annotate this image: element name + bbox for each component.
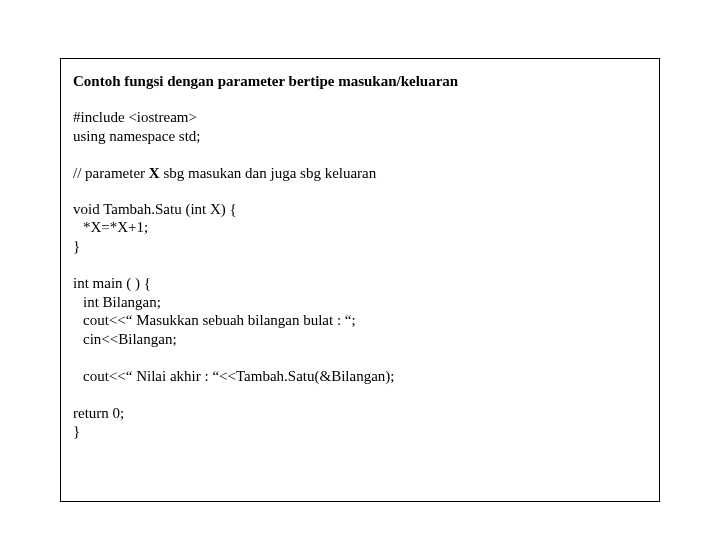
function-block: void Tambah.Satu (int X) { *X=*X+1; } xyxy=(73,200,647,256)
comment-prefix: // xyxy=(73,165,85,181)
func-signature: void Tambah.Satu (int X) { xyxy=(73,200,647,219)
return-block: return 0; } xyxy=(73,404,647,442)
func-close: } xyxy=(73,237,647,256)
main-signature: int main ( ) { xyxy=(73,274,647,293)
comment-bold: X xyxy=(149,165,160,181)
title: Contoh fungsi dengan parameter bertipe m… xyxy=(73,73,647,90)
main-cout1: cout<<“ Masukkan sebuah bilangan bulat :… xyxy=(73,311,647,330)
main-declare: int Bilangan; xyxy=(73,293,647,312)
includes-block: #include <iostream> using namespace std; xyxy=(73,108,647,146)
comment-text1: parameter xyxy=(85,165,149,181)
include-iostream: #include <iostream> xyxy=(73,108,647,127)
comment-block: // parameter X sbg masukan dan juga sbg … xyxy=(73,164,647,182)
main-cout2-block: cout<<“ Nilai akhir : “<<Tambah.Satu(&Bi… xyxy=(73,367,647,386)
func-body: *X=*X+1; xyxy=(73,218,647,237)
comment-text2: sbg masukan dan juga sbg keluaran xyxy=(160,165,377,181)
main-block: int main ( ) { int Bilangan; cout<<“ Mas… xyxy=(73,274,647,349)
main-close: } xyxy=(73,422,647,441)
main-cin: cin<<Bilangan; xyxy=(73,330,647,349)
code-box: Contoh fungsi dengan parameter bertipe m… xyxy=(60,58,660,502)
return-stmt: return 0; xyxy=(73,404,647,423)
main-cout2: cout<<“ Nilai akhir : “<<Tambah.Satu(&Bi… xyxy=(73,367,647,386)
using-namespace: using namespace std; xyxy=(73,127,647,146)
